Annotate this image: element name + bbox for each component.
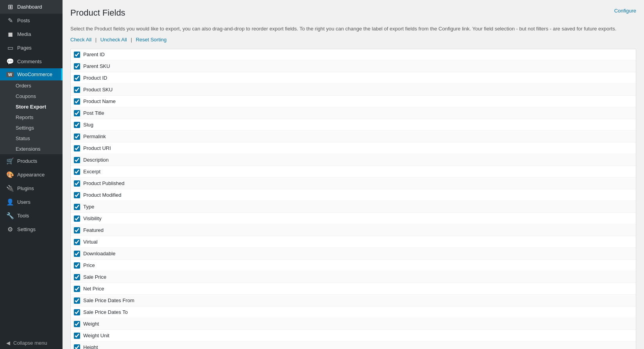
field-item-product_uri: Product URI [71,143,636,154]
sidebar-item-settings-main[interactable]: ⚙ Settings [0,223,63,236]
sidebar-item-label: Plugins [17,185,34,191]
sidebar-item-appearance[interactable]: 🎨 Appearance [0,168,63,182]
field-checkbox-parent_id[interactable] [74,52,80,58]
sidebar-item-users[interactable]: 👤 Users [0,195,63,209]
sidebar-item-media[interactable]: ◼ Media [0,27,63,41]
appearance-icon: 🎨 [6,171,14,178]
field-label-net_price: Net Price [83,286,104,292]
field-checkbox-weight[interactable] [74,321,80,327]
page-title: Product Fields [70,8,125,18]
field-checkbox-net_price[interactable] [74,286,80,292]
field-checkbox-sale_price[interactable] [74,274,80,280]
products-icon: 🛒 [6,157,14,165]
field-item-net_price: Net Price [71,283,636,295]
sidebar-sub-coupons[interactable]: Coupons [0,91,63,101]
separator-2: | [131,37,133,43]
field-checkbox-description[interactable] [74,157,80,163]
sidebar-item-label: Media [17,31,31,37]
field-label-permalink: Permalink [83,134,106,139]
field-item-sale_price_dates_from: Sale Price Dates From [71,295,636,306]
field-item-downloadable: Downloadable [71,248,636,260]
field-item-parent_id: Parent ID [71,49,636,61]
sidebar-item-tools[interactable]: 🔧 Tools [0,209,63,223]
field-item-description: Description [71,155,636,166]
field-checkbox-type[interactable] [74,204,80,210]
users-icon: 👤 [6,198,14,206]
sidebar-sub-store-export[interactable]: Store Export [0,101,63,112]
page-header: Product Fields Configure [70,8,636,23]
field-label-downloadable: Downloadable [83,251,115,256]
field-checkbox-weight_unit[interactable] [74,333,80,339]
sidebar-sub-reports[interactable]: Reports [0,112,63,123]
plugins-icon: 🔌 [6,185,14,192]
main-content: Product Fields Configure Select the Prod… [63,0,644,349]
woo-submenu: Orders Coupons Store Export Reports Sett… [0,80,63,154]
field-label-parent_sku: Parent SKU [83,63,110,69]
field-item-product_modified: Product Modified [71,190,636,201]
field-checkbox-product_name[interactable] [74,98,80,105]
field-checkbox-sale_price_dates_to[interactable] [74,309,80,315]
collapse-icon: ◀ [6,340,10,346]
field-label-sale_price_dates_from: Sale Price Dates From [83,297,134,303]
sidebar-item-comments[interactable]: 💬 Comments [0,55,63,68]
field-checkbox-featured[interactable] [74,227,80,233]
uncheck-all-link[interactable]: Uncheck All [100,37,127,43]
field-label-sale_price_dates_to: Sale Price Dates To [83,309,128,315]
field-label-product_published: Product Published [83,180,125,186]
field-label-post_title: Post Title [83,110,104,116]
sidebar-sub-status[interactable]: Status [0,133,63,144]
field-item-permalink: Permalink [71,131,636,142]
field-label-product_id: Product ID [83,75,107,81]
field-label-excerpt: Excerpt [83,169,100,174]
collapse-menu-button[interactable]: ◀ Collapse menu [0,337,63,349]
field-item-product_sku: Product SKU [71,84,636,96]
check-all-link[interactable]: Check All [70,37,91,43]
field-checkbox-virtual[interactable] [74,239,80,245]
field-checkbox-post_title[interactable] [74,110,80,116]
sidebar-item-woocommerce[interactable]: W WooCommerce [0,68,63,80]
field-label-weight_unit: Weight Unit [83,333,109,338]
field-item-visibility: Visibility [71,213,636,224]
field-checkbox-product_id[interactable] [74,75,80,81]
field-label-weight: Weight [83,321,99,327]
field-item-slug: Slug [71,119,636,131]
collapse-label: Collapse menu [13,340,47,346]
field-checkbox-height[interactable] [74,344,80,349]
tools-icon: 🔧 [6,212,14,219]
sidebar-sub-orders[interactable]: Orders [0,80,63,91]
field-checkbox-price[interactable] [74,262,80,269]
sidebar-item-products[interactable]: 🛒 Products [0,154,63,168]
field-label-description: Description [83,157,109,163]
sidebar-item-label: Posts [17,18,30,23]
field-item-product_published: Product Published [71,178,636,189]
sidebar-item-posts[interactable]: ✎ Posts [0,14,63,27]
field-label-sale_price: Sale Price [83,274,106,280]
sidebar-item-plugins[interactable]: 🔌 Plugins [0,182,63,195]
field-checkbox-product_modified[interactable] [74,192,80,198]
field-checkbox-excerpt[interactable] [74,169,80,175]
field-item-sale_price: Sale Price [71,272,636,283]
check-links-row: Check All | Uncheck All | Reset Sorting [70,37,636,43]
field-checkbox-permalink[interactable] [74,134,80,140]
sidebar-item-label: Comments [17,59,42,64]
field-checkbox-product_published[interactable] [74,180,80,187]
field-item-virtual: Virtual [71,237,636,248]
field-checkbox-product_sku[interactable] [74,87,80,93]
field-checkbox-sale_price_dates_from[interactable] [74,297,80,304]
sidebar-item-pages[interactable]: ▭ Pages [0,41,63,55]
reset-sorting-link[interactable]: Reset Sorting [136,37,166,43]
dashboard-icon: ⊞ [6,3,14,11]
sidebar-sub-settings[interactable]: Settings [0,123,63,133]
configure-link[interactable]: Configure [614,8,636,14]
field-checkbox-slug[interactable] [74,122,80,128]
field-item-weight: Weight [71,319,636,330]
sidebar-sub-extensions[interactable]: Extensions [0,144,63,154]
sidebar-item-dashboard[interactable]: ⊞ Dashboard [0,0,63,14]
field-checkbox-product_uri[interactable] [74,145,80,151]
field-checkbox-downloadable[interactable] [74,251,80,257]
field-checkbox-visibility[interactable] [74,215,80,222]
field-item-price: Price [71,260,636,271]
field-item-product_id: Product ID [71,73,636,84]
media-icon: ◼ [6,30,14,38]
field-checkbox-parent_sku[interactable] [74,63,80,69]
